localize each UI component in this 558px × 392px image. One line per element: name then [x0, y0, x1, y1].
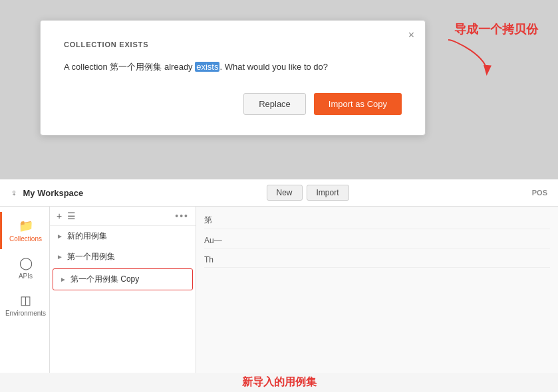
dialog-actions: Replace Import as Copy [64, 93, 402, 115]
chevron-icon-1: ► [57, 233, 63, 240]
right-panel: 第 Au— Th [196, 207, 558, 373]
dialog: COLLECTION EXISTS × A collection 第一个用例集 … [40, 20, 426, 136]
workspace-header: ♀ My Workspace New Import POS [0, 179, 558, 207]
chevron-icon-2: ► [57, 253, 63, 260]
workspace-title: My Workspace [23, 188, 84, 198]
collection-list: ► 新的用例集 ► 第一个用例集 ► 第一个用例集 Copy [50, 226, 196, 373]
sidebar-item-apis[interactable]: ◯ APIs [0, 249, 49, 286]
exists-highlight: exists [195, 62, 219, 72]
apis-icon: ◯ [19, 256, 33, 270]
sidebar-label-apis: APIs [19, 272, 33, 280]
collection-item-2[interactable]: ► 第一个用例集 [50, 246, 196, 267]
collection-name-2: 第一个用例集 [67, 251, 115, 262]
dialog-title: COLLECTION EXISTS [64, 41, 402, 49]
top-section: COLLECTION EXISTS × A collection 第一个用例集 … [0, 0, 558, 179]
dialog-body: A collection 第一个用例集 already exists. What… [64, 60, 402, 74]
right-item-2: Au— [204, 233, 550, 248]
sidebar: 📁 Collections ◯ APIs ◫ Environments [0, 207, 50, 373]
main-content: 📁 Collections ◯ APIs ◫ Environments + ☰ … [0, 207, 558, 373]
more-options-icon[interactable]: ••• [175, 211, 189, 221]
dialog-body-text1: A collection 第一个用例集 already [64, 62, 195, 72]
workspace-buttons: New Import [267, 185, 349, 201]
workspace-user-icon: ♀ [11, 187, 18, 198]
replace-button[interactable]: Replace [243, 93, 306, 115]
pos-badge: POS [532, 189, 547, 197]
collection-item-1[interactable]: ► 新的用例集 [50, 226, 196, 246]
right-item-3: Th [204, 252, 550, 268]
new-button[interactable]: New [267, 185, 303, 201]
dialog-body-text2: . What would you like to do? [219, 62, 328, 72]
collection-item-copy[interactable]: ► 第一个用例集 Copy [53, 268, 193, 290]
sidebar-label-environments: Environments [5, 310, 46, 317]
import-button[interactable]: Import [307, 185, 349, 201]
collection-name-copy: 第一个用例集 Copy [70, 274, 139, 285]
annotation-arrow [442, 37, 495, 76]
workspace-title-area: ♀ My Workspace [11, 187, 83, 198]
right-item-1: 第 [204, 212, 550, 229]
panel-toolbar: + ☰ ••• [50, 207, 196, 226]
collections-panel: + ☰ ••• ► 新的用例集 ► 第一个用例集 ► 第一个用例集 Copy [50, 207, 196, 373]
import-as-copy-button[interactable]: Import as Copy [314, 93, 402, 115]
chevron-icon-3: ► [60, 276, 67, 283]
sidebar-item-environments[interactable]: ◫ Environments [0, 286, 49, 324]
close-button[interactable]: × [408, 30, 414, 41]
filter-icon[interactable]: ☰ [67, 211, 76, 221]
sidebar-item-collections[interactable]: 📁 Collections [0, 212, 49, 249]
bottom-section: ♀ My Workspace New Import POS 📁 Collecti… [0, 179, 558, 392]
collection-name-1: 新的用例集 [67, 231, 107, 242]
annotation-bottom: 新导入的用例集 [0, 373, 558, 392]
collections-icon: 📁 [19, 219, 33, 233]
sidebar-label-collections: Collections [9, 235, 42, 243]
environments-icon: ◫ [20, 293, 31, 308]
add-icon[interactable]: + [57, 211, 62, 221]
annotation-text-top: 导成一个拷贝份 [454, 21, 538, 37]
